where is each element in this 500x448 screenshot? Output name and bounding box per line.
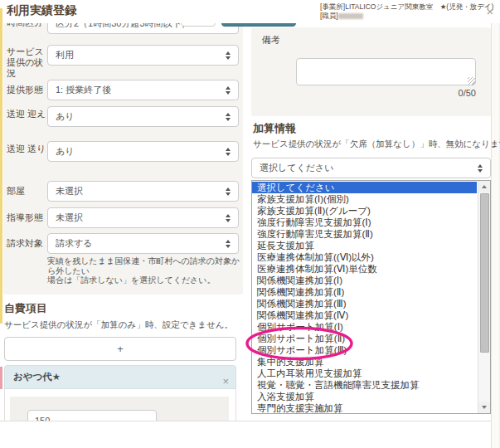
addition-select[interactable]: 選択してください	[251, 158, 491, 178]
addition-option[interactable]: 医療連携体制加算(Ⅵ)単位数	[252, 263, 477, 275]
redacted-staff-name	[338, 13, 363, 19]
updown-icon	[226, 148, 231, 156]
staff-line: [職員]	[320, 12, 483, 21]
provision-form-select[interactable]: 1: 授業終了後	[47, 80, 239, 100]
self-pay-item-name: おやつ代★	[13, 372, 61, 382]
room-label: 部屋	[7, 186, 48, 197]
guidance-form-select[interactable]: 未選択	[47, 207, 239, 228]
self-pay-item-header: おやつ代★ ×	[4, 365, 236, 389]
service-status-label: サービス提供の状況	[7, 46, 48, 79]
billing-target-select[interactable]: 請求する	[47, 233, 239, 254]
updown-icon	[478, 164, 483, 173]
addition-option[interactable]: 延長支援加算	[252, 240, 477, 251]
scrollbar-thumb[interactable]	[480, 193, 489, 353]
provision-form-label: 提供形態	[7, 85, 48, 95]
addition-option[interactable]: 関係機関連携加算(Ⅰ)	[252, 275, 477, 286]
addition-option[interactable]: 強度行動障害児支援加算(Ⅱ)	[252, 228, 477, 240]
scroll-down-icon[interactable]	[478, 402, 490, 413]
remarks-label: 備考	[262, 34, 280, 46]
close-icon[interactable]: ×	[483, 4, 497, 19]
addition-option[interactable]: 家族支援加算(Ⅱ)(グループ)	[252, 205, 477, 217]
remarks-textarea[interactable]	[296, 58, 476, 85]
updown-icon	[226, 51, 231, 60]
dropoff-label: 送迎 送り	[7, 144, 48, 154]
listbox-scrollbar[interactable]	[478, 181, 490, 413]
addition-option[interactable]: 関係機関連携加算(Ⅱ)	[252, 286, 477, 298]
guidance-form-label: 指導形態	[7, 212, 48, 223]
addition-option[interactable]: 関係機関連携加算(Ⅳ)	[252, 309, 477, 321]
addition-option[interactable]: 専門的支援実施加算	[252, 402, 477, 414]
addition-option[interactable]: 人工内耳装用児支援加算	[252, 368, 477, 379]
addition-note: サービス提供の状況が「欠席（加算なし）」時、無効になります。	[253, 139, 500, 150]
remarks-char-counter: 0/50	[296, 88, 476, 98]
pickup-label: 送迎 迎え	[7, 109, 48, 119]
addition-options-listbox: 選択してください 家族支援加算(Ⅰ)(個別) 家族支援加算(Ⅱ)(グループ) 強…	[251, 180, 491, 414]
addition-option[interactable]: 選択してください	[252, 182, 477, 193]
background-page-edge-pink	[0, 367, 2, 389]
office-line: [事業所]LITALICOジュニア関東教室 ★(児発・放デイ)	[320, 2, 483, 12]
room-select[interactable]: 未選択	[47, 181, 239, 202]
addition-section-title: 加算情報	[253, 121, 296, 136]
page-title: 利用実績登録	[7, 3, 76, 18]
service-status-select[interactable]: 利用	[47, 45, 239, 66]
updown-icon	[226, 214, 231, 222]
addition-option[interactable]: 個別サポート加算(Ⅰ)	[252, 321, 477, 333]
addition-option[interactable]: 個別サポート加算(Ⅲ)	[252, 344, 477, 356]
modal-scroll-gutter[interactable]	[491, 23, 500, 448]
header-context-info: [事業所]LITALICOジュニア関東教室 ★(児発・放デイ) [職員]	[320, 2, 483, 21]
updown-icon	[226, 240, 231, 248]
self-pay-section-title: 自費項目	[4, 301, 47, 316]
addition-option[interactable]: 個別サポート加算(Ⅱ)	[252, 333, 477, 344]
updown-icon	[226, 86, 231, 95]
addition-option[interactable]: 集中的支援加算	[252, 356, 477, 368]
pickup-select[interactable]: あり	[47, 106, 239, 127]
addition-option[interactable]: 入浴支援加算	[252, 391, 477, 402]
billing-note: 実績を残したまま国保連・市町村への請求の対象から外したい 場合は「請求しない」を…	[47, 256, 241, 285]
dropoff-select[interactable]: あり	[47, 141, 239, 162]
addition-option[interactable]: 家族支援加算(Ⅰ)(個別)	[252, 193, 477, 205]
addition-option[interactable]: 医療連携体制加算((Ⅵ)以外)	[252, 251, 477, 263]
scroll-up-icon[interactable]	[478, 181, 490, 192]
modal-footer	[0, 421, 491, 448]
addition-option[interactable]: 視覚・聴覚・言語機能障害児支援加算	[252, 379, 477, 391]
updown-icon	[226, 113, 231, 121]
billing-target-label: 請求対象	[7, 238, 48, 249]
addition-option[interactable]: 強度行動障害児支援加算(Ⅰ)	[252, 217, 477, 228]
updown-icon	[226, 187, 231, 196]
self-pay-note: サービス提供の状況が「加算のみ」時、設定できません。	[4, 319, 233, 331]
modal-header: 利用実績登録 [事業所]LITALICOジュニア関東教室 ★(児発・放デイ) […	[0, 0, 500, 23]
addition-option[interactable]: 関係機関連携加算(Ⅲ)	[252, 298, 477, 309]
usage-record-modal: 時間区分 区分2（1時間30分超3時間以下） サービス提供の状況 利用 提供形態…	[0, 0, 500, 448]
addition-options: 選択してください 家族支援加算(Ⅰ)(個別) 家族支援加算(Ⅱ)(グループ) 強…	[252, 182, 477, 414]
add-self-pay-item-button[interactable]: +	[4, 337, 236, 361]
background-page-edge-yellow	[0, 8, 2, 324]
